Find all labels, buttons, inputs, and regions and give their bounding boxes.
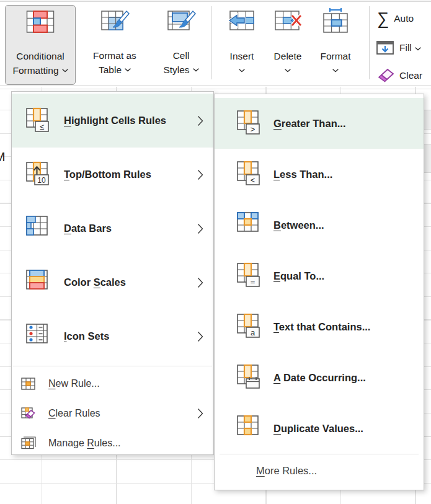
clear-rules-icon <box>21 407 36 421</box>
less-than-icon: < <box>236 160 265 188</box>
submenu-item-label: Greater Than... <box>273 118 345 130</box>
menu-item-top-bottom-rules[interactable]: 10 Top/Bottom Rules <box>12 148 213 201</box>
menu-item-label: Data Bars <box>64 223 112 234</box>
data-bars-icon <box>25 214 54 243</box>
menu-item-label: Manage Rules... <box>48 438 121 449</box>
button-label: Fill <box>399 42 412 53</box>
partial-cell-text: M <box>0 149 6 164</box>
delete-cells-button[interactable]: Delete <box>265 5 310 84</box>
submenu-arrow-icon <box>197 277 203 288</box>
svg-text:=: = <box>251 277 255 286</box>
ribbon-group-divider <box>211 6 212 79</box>
menu-separator <box>13 366 212 366</box>
menu-item-label: New Rule... <box>48 378 100 389</box>
format-as-table-icon <box>78 8 151 34</box>
menu-item-label: Highlight Cells Rules <box>64 115 166 126</box>
button-label: Format as Table <box>78 49 151 76</box>
submenu-arrow-icon <box>197 169 203 180</box>
svg-text:>: > <box>251 125 255 134</box>
fill-button[interactable]: Fill <box>373 37 431 58</box>
submenu-item-duplicate-values[interactable]: Duplicate Values... <box>215 403 424 454</box>
submenu-item-less-than[interactable]: < Less Than... <box>215 149 424 200</box>
chevron-down-icon <box>62 63 68 76</box>
highlight-cells-rules-icon: ≤ <box>25 107 54 135</box>
ribbon-group-divider <box>369 6 370 79</box>
submenu-item-between[interactable]: Between... <box>215 200 424 250</box>
submenu-arrow-icon <box>197 223 203 234</box>
autosum-sigma-icon: ∑ <box>377 11 389 27</box>
cell-styles-button[interactable]: Cell Styles <box>154 5 208 84</box>
svg-text:<: < <box>251 175 255 185</box>
insert-cells-button[interactable]: Insert <box>220 5 264 84</box>
submenu-item-label: Duplicate Values... <box>273 423 363 435</box>
menu-item-highlight-cells-rules[interactable]: ≤ Highlight Cells Rules <box>12 94 213 148</box>
svg-text:a: a <box>251 328 255 337</box>
clear-button[interactable]: Clear <box>373 65 431 86</box>
chevron-down-icon <box>313 69 358 73</box>
delete-cells-icon <box>265 7 310 35</box>
menu-item-icon-sets[interactable]: Icon Sets <box>12 309 213 363</box>
button-label: Insert <box>220 51 264 62</box>
icon-sets-icon <box>25 322 54 351</box>
new-rule-icon <box>21 377 36 391</box>
submenu-arrow-icon <box>197 115 203 126</box>
fill-icon <box>376 40 394 56</box>
chevron-down-icon <box>220 69 264 73</box>
ribbon-styles-group: Conditional Formatting Format as Table <box>0 0 431 86</box>
date-occurring-icon <box>236 363 265 392</box>
menu-item-color-scales[interactable]: Color Scales <box>12 255 213 309</box>
submenu-item-label: A Date Occurring... <box>273 372 366 384</box>
submenu-item-a-date-occurring[interactable]: A Date Occurring... <box>215 352 424 403</box>
top-bottom-rules-icon: 10 <box>25 161 54 189</box>
svg-text:≤: ≤ <box>40 122 44 131</box>
submenu-item-label: Less Than... <box>273 169 332 180</box>
submenu-item-equal-to[interactable]: = Equal To... <box>215 250 424 301</box>
svg-text:10: 10 <box>37 175 46 184</box>
menu-item-data-bars[interactable]: Data Bars <box>12 201 213 255</box>
submenu-item-label: More Rules... <box>256 465 317 477</box>
chevron-down-icon <box>415 42 421 53</box>
submenu-item-label: Between... <box>273 219 324 231</box>
format-as-table-button[interactable]: Format as Table <box>78 5 151 84</box>
menu-item-label: Clear Rules <box>48 408 100 419</box>
sheet-fragment <box>424 144 431 173</box>
submenu-item-greater-than[interactable]: > Greater Than... <box>215 98 424 149</box>
chevron-down-icon <box>125 62 131 75</box>
chevron-down-icon <box>265 69 310 73</box>
format-cells-button[interactable]: Format <box>313 5 358 84</box>
conditional-formatting-icon <box>6 9 75 35</box>
button-label: Cell Styles <box>154 49 208 76</box>
menu-item-label: Color Scales <box>64 276 126 288</box>
cell-styles-icon <box>154 8 208 34</box>
button-label: Clear <box>399 70 422 81</box>
button-label: Auto <box>394 13 414 24</box>
button-label: Conditional Formatting <box>6 50 75 77</box>
sheet-fragment <box>424 110 431 130</box>
between-icon <box>236 211 265 239</box>
conditional-formatting-button[interactable]: Conditional Formatting <box>5 5 76 85</box>
menu-item-clear-rules[interactable]: Clear Rules <box>12 399 213 428</box>
conditional-formatting-menu: ≤ Highlight Cells Rules 10 Top/Bottom Ru… <box>11 91 214 455</box>
excel-window: M Conditional Formatting <box>0 0 431 504</box>
equal-to-icon: = <box>236 262 265 290</box>
manage-rules-icon <box>21 436 36 451</box>
submenu-arrow-icon <box>197 331 203 342</box>
menu-item-label: Top/Bottom Rules <box>64 169 151 180</box>
menu-item-label: Icon Sets <box>64 330 109 342</box>
color-scales-icon <box>25 268 54 297</box>
highlight-cells-rules-submenu: > Greater Than... < Less Than... <box>214 94 424 490</box>
button-label: Delete <box>265 51 310 62</box>
menu-item-manage-rules[interactable]: Manage Rules... <box>12 428 213 458</box>
greater-than-icon: > <box>236 109 265 138</box>
text-contains-icon: a <box>236 312 265 341</box>
submenu-item-label: Text that Contains... <box>273 321 370 333</box>
submenu-arrow-icon <box>197 408 203 419</box>
menu-item-new-rule[interactable]: New Rule... <box>12 369 213 399</box>
submenu-item-more-rules[interactable]: More Rules... <box>215 454 424 487</box>
autosum-button[interactable]: ∑ Auto <box>373 8 431 29</box>
format-cells-icon <box>313 7 358 35</box>
duplicate-values-icon <box>236 414 265 443</box>
submenu-item-text-that-contains[interactable]: a Text that Contains... <box>215 301 424 352</box>
ribbon-top-divider <box>0 1 431 2</box>
chevron-down-icon <box>193 62 199 75</box>
